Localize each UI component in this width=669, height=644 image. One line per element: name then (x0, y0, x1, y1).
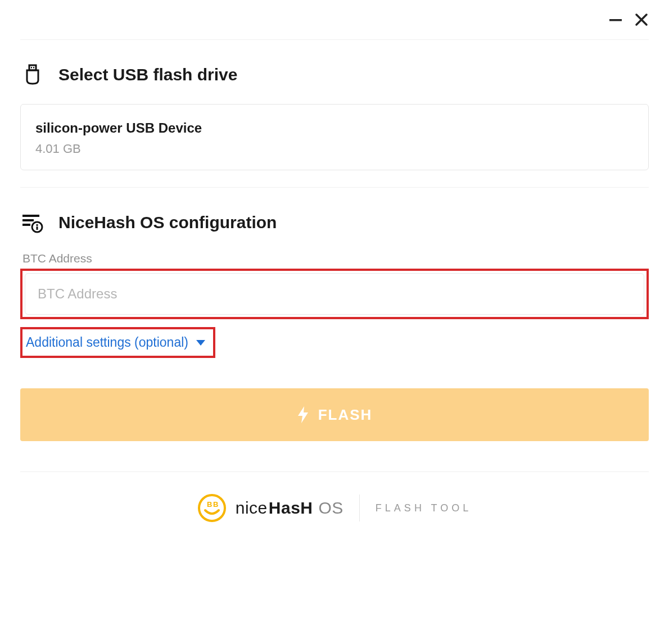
additional-settings-toggle[interactable]: Additional settings (optional) (22, 329, 213, 356)
btc-address-input[interactable] (25, 273, 644, 315)
config-section: NiceHash OS configuration BTC Address Ad… (0, 188, 669, 358)
usb-device-name: silicon-power USB Device (35, 120, 634, 136)
footer: B B niceHasHOS FLASH TOOL (0, 472, 669, 534)
bolt-icon (297, 406, 309, 423)
usb-section-header: Select USB flash drive (20, 62, 649, 87)
minimize-icon (608, 12, 623, 27)
config-section-title: NiceHash OS configuration (58, 213, 277, 232)
brand-text-hash: HasH (269, 498, 313, 518)
brand-text: niceHasHOS (236, 498, 343, 518)
smiley-icon: B B (197, 493, 227, 523)
usb-device-size: 4.01 GB (35, 142, 634, 156)
divider (359, 495, 360, 521)
window-titlebar (0, 0, 669, 39)
chevron-down-icon (196, 340, 205, 346)
svg-rect-5 (22, 219, 34, 221)
svg-rect-3 (33, 67, 34, 69)
additional-settings-highlight: Additional settings (optional) (20, 327, 215, 358)
additional-settings-label: Additional settings (optional) (26, 335, 188, 350)
usb-device-card[interactable]: silicon-power USB Device 4.01 GB (20, 104, 649, 170)
brand-logo: B B niceHasHOS (197, 493, 343, 523)
close-button[interactable] (629, 7, 654, 33)
svg-rect-8 (37, 224, 38, 226)
flash-button-label: FLASH (318, 406, 373, 424)
svg-text:B: B (213, 500, 218, 509)
svg-rect-2 (31, 67, 32, 69)
svg-rect-9 (37, 226, 38, 230)
svg-rect-6 (22, 224, 30, 226)
footer-tagline: FLASH TOOL (376, 502, 472, 514)
svg-text:B: B (207, 500, 212, 509)
btc-address-label: BTC Address (22, 252, 649, 265)
brand-text-nice: nice (236, 498, 268, 518)
svg-rect-0 (609, 19, 622, 21)
flash-row: FLASH (0, 358, 669, 441)
brand-text-os: OS (319, 498, 343, 518)
usb-icon (20, 62, 45, 87)
svg-rect-4 (22, 215, 39, 217)
close-icon (634, 12, 649, 27)
config-section-header: NiceHash OS configuration (20, 210, 649, 235)
minimize-button[interactable] (603, 7, 629, 33)
usb-section: Select USB flash drive silicon-power USB… (0, 40, 669, 170)
usb-section-title: Select USB flash drive (58, 65, 237, 84)
config-icon (20, 210, 45, 235)
flash-button[interactable]: FLASH (20, 388, 649, 441)
btc-address-highlight (20, 269, 649, 319)
